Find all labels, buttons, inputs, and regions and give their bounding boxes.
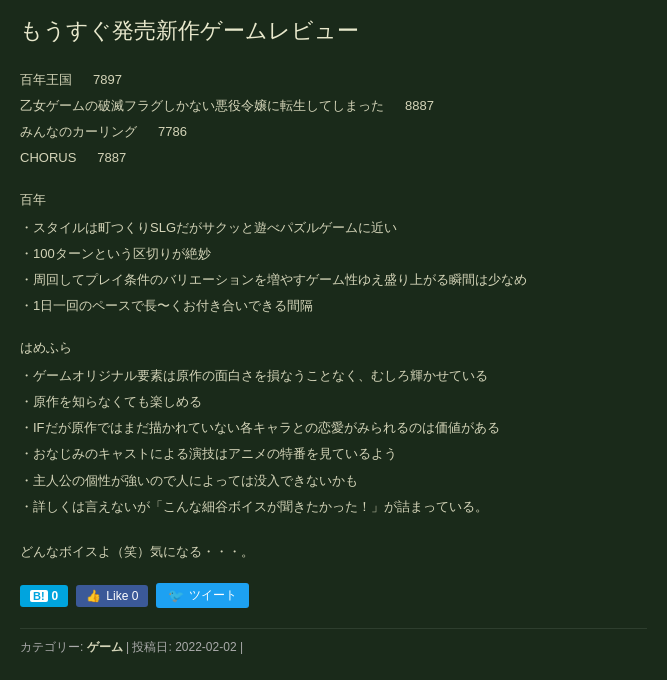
game-score: 8887 <box>405 93 434 119</box>
game-name: 乙女ゲームの破滅フラグしかない悪役令嬢に転生してしまった <box>20 93 397 119</box>
category-value: ゲーム <box>87 640 123 654</box>
date-value: 2022-02-02 <box>175 640 236 654</box>
list-item: 主人公の個性が強いので人によっては没入できないかも <box>20 468 647 494</box>
list-item: 100ターンという区切りが絶妙 <box>20 241 647 267</box>
game-name: 百年王国 <box>20 67 72 93</box>
list-item: ゲームオリジナル要素は原作の面白さを損なうことなく、むしろ輝かせている <box>20 363 647 389</box>
section-hyakunen: 百年 スタイルは町つくりSLGだがサクッと遊べパズルゲームに近い 100ターンと… <box>20 191 647 319</box>
tweet-button[interactable]: 🐦 ツイート <box>156 583 249 608</box>
twitter-icon: 🐦 <box>168 588 184 603</box>
hatebu-b-mark: B! <box>30 590 48 602</box>
section-hamefura: はめふら ゲームオリジナル要素は原作の面白さを損なうことなく、むしろ輝かせている… <box>20 339 647 520</box>
list-item: おなじみのキャストによる演技はアニメの特番を見ているよう <box>20 441 647 467</box>
bullet-list-hyakunen: スタイルは町つくりSLGだがサクッと遊べパズルゲームに近い 100ターンという区… <box>20 215 647 319</box>
game-score: 7887 <box>97 145 126 171</box>
list-item: 1日一回のペースで長〜くお付き合いできる間隔 <box>20 293 647 319</box>
list-item: スタイルは町つくりSLGだがサクッと遊べパズルゲームに近い <box>20 215 647 241</box>
list-item: CHORUS 7887 <box>20 145 647 171</box>
list-item: 乙女ゲームの破滅フラグしかない悪役令嬢に転生してしまった 8887 <box>20 93 647 119</box>
list-item: みんなのカーリング 7786 <box>20 119 647 145</box>
category-label: カテゴリー: <box>20 640 83 654</box>
tweet-label: ツイート <box>189 587 237 604</box>
list-item: 百年王国 7897 <box>20 67 647 93</box>
list-item: 原作を知らなくても楽しめる <box>20 389 647 415</box>
hatebu-button[interactable]: B! 0 <box>20 585 68 607</box>
game-name: みんなのカーリング <box>20 119 150 145</box>
list-item: 詳しくは言えないが「こんな細谷ボイスが聞きたかった！」が詰まっている。 <box>20 494 647 520</box>
like-button[interactable]: 👍 Like 0 <box>76 585 148 607</box>
date-separator: | <box>240 640 243 654</box>
like-label: Like 0 <box>106 589 138 603</box>
bullet-list-hamefura: ゲームオリジナル要素は原作の面白さを損なうことなく、むしろ輝かせている 原作を知… <box>20 363 647 520</box>
section-heading-hyakunen: 百年 <box>20 191 647 209</box>
like-thumb-icon: 👍 <box>86 589 101 603</box>
list-item: 周回してプレイ条件のバリエーションを増やすゲーム性ゆえ盛り上がる瞬間は少なめ <box>20 267 647 293</box>
date-label: 投稿日: <box>132 640 171 654</box>
game-list: 百年王国 7897 乙女ゲームの破滅フラグしかない悪役令嬢に転生してしまった 8… <box>20 67 647 171</box>
category-line: カテゴリー: ゲーム | 投稿日: 2022-02-02 | <box>20 628 647 656</box>
closing-text: どんなボイスよ（笑）気になる・・・。 <box>20 540 647 563</box>
game-score: 7897 <box>80 67 122 93</box>
game-score: 7786 <box>158 119 187 145</box>
section-heading-hamefura: はめふら <box>20 339 647 357</box>
main-container: もうすぐ発売新作ゲームレビュー 百年王国 7897 乙女ゲームの破滅フラグしかな… <box>0 0 667 672</box>
social-buttons: B! 0 👍 Like 0 🐦 ツイート <box>20 583 647 608</box>
page-title: もうすぐ発売新作ゲームレビュー <box>20 16 647 47</box>
game-name: CHORUS <box>20 145 89 171</box>
hatebu-count: 0 <box>52 589 59 603</box>
list-item: IFだが原作ではまだ描かれていない各キャラとの恋愛がみられるのは価値がある <box>20 415 647 441</box>
